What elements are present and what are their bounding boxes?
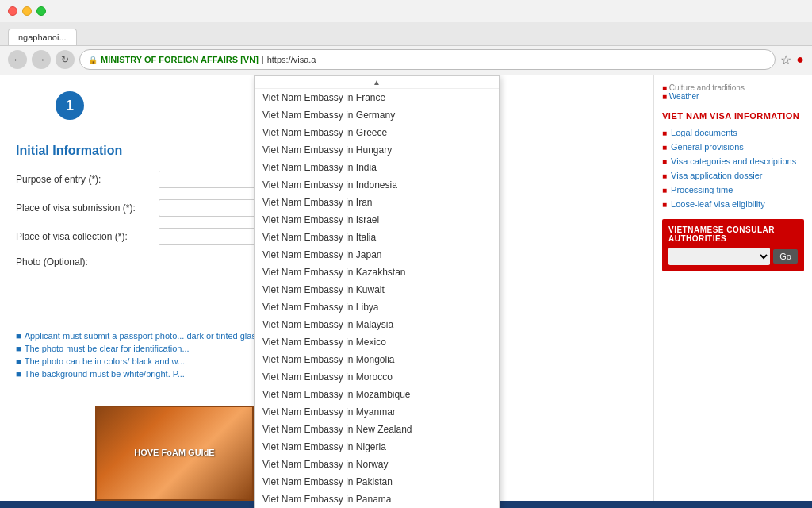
sidebar-legal[interactable]: ■ Legal documents bbox=[654, 125, 812, 140]
dropdown-item[interactable]: Viet Nam Embassy in Israel bbox=[255, 211, 499, 229]
consular-select-row: Go bbox=[668, 248, 798, 265]
dropdown-item[interactable]: Viet Nam Embassy in Japan bbox=[255, 246, 499, 264]
dropdown-item[interactable]: Viet Nam Embassy in Hungary bbox=[255, 141, 499, 159]
dropdown-item[interactable]: Viet Nam Embassy in New Zealand bbox=[255, 421, 499, 438]
bullet-dot-4: ■ bbox=[16, 369, 21, 379]
bullet-dot-1: ■ bbox=[16, 331, 21, 341]
step-number: 1 bbox=[66, 98, 74, 114]
dropdown-item[interactable]: Viet Nam Embassy in France bbox=[255, 89, 499, 106]
bullet-text-4: The background must be white/bright. P..… bbox=[25, 369, 185, 379]
sidebar-top-links: ■ Culture and traditions ■ Weather bbox=[654, 83, 812, 106]
weather-link[interactable]: Weather bbox=[669, 92, 699, 101]
page-wrapper: 1 Initial Information Purpose of entry (… bbox=[0, 75, 812, 508]
weather-bullet: ■ bbox=[662, 92, 667, 101]
general-bullet: ■ bbox=[662, 143, 667, 152]
lock-icon: 🔒 bbox=[88, 56, 98, 64]
categories-text: Visa categories and descriptions bbox=[671, 156, 796, 166]
sidebar-dossier[interactable]: ■ Visa application dossier bbox=[654, 168, 812, 183]
loose-leaf-text: Loose-leaf visa eligibility bbox=[671, 199, 765, 209]
dropdown-item[interactable]: Viet Nam Embassy in Pakistan bbox=[255, 473, 499, 491]
bullet-text-2: The photo must be clear for identificati… bbox=[25, 344, 190, 353]
sidebar-loose-leaf[interactable]: ■ Loose-leaf visa eligibility bbox=[654, 197, 812, 211]
dropdown-item[interactable]: Viet Nam Embassy in Kuwait bbox=[255, 281, 499, 298]
dropdown-item[interactable]: Viet Nam Embassy in Iran bbox=[255, 194, 499, 211]
visa-info-title: VIET NAM VISA INFORMATION bbox=[654, 106, 812, 125]
dropdown-item[interactable]: Viet Nam Embassy in Mozambique bbox=[255, 386, 499, 403]
dropdown-item[interactable]: Viet Nam Embassy in Malaysia bbox=[255, 316, 499, 333]
browser-chrome: ngaphanoi... ← → ↻ 🔒 MINISTRY OF FOREIGN… bbox=[0, 0, 812, 75]
dropdown-item[interactable]: Viet Nam Embassy in Mongolia bbox=[255, 351, 499, 368]
step-circle: 1 bbox=[56, 91, 84, 120]
foam-guide-image: HOVE FoAM GUIdE bbox=[95, 406, 254, 501]
submission-label: Place of visa submission (*): bbox=[16, 202, 159, 214]
dropdown-item[interactable]: Viet Nam Embassy in Myanmar bbox=[255, 403, 499, 421]
bookmark-icon[interactable]: ☆ bbox=[780, 52, 791, 67]
sidebar-general[interactable]: ■ General provisions bbox=[654, 140, 812, 154]
close-button[interactable] bbox=[8, 6, 17, 16]
address-green: MINISTRY OF FOREIGN AFFAIRS [VN] bbox=[101, 55, 259, 64]
tab-bar: ngaphanoi... bbox=[0, 22, 812, 46]
culture-link[interactable]: ■ bbox=[662, 83, 667, 92]
bullet-text-3: The photo can be in colors/ black and w.… bbox=[25, 356, 185, 366]
forward-button[interactable]: → bbox=[32, 50, 51, 69]
maximize-button[interactable] bbox=[36, 6, 46, 16]
processing-bullet: ■ bbox=[662, 186, 667, 194]
categories-bullet: ■ bbox=[662, 157, 667, 166]
dropdown-item[interactable]: Viet Nam Embassy in India bbox=[255, 159, 499, 176]
back-button[interactable]: ← bbox=[8, 50, 27, 69]
general-text: General provisions bbox=[671, 142, 744, 152]
collection-label: Place of visa collection (*): bbox=[16, 231, 159, 242]
browser-tab[interactable]: ngaphanoi... bbox=[8, 29, 77, 45]
consular-box: VIETNAMESE CONSULAR AUTHORITIES Go bbox=[662, 219, 804, 271]
foam-guide-text: HOVE FoAM GUIdE bbox=[134, 447, 214, 459]
consular-go-button[interactable]: Go bbox=[773, 249, 798, 264]
bullet-dot-3: ■ bbox=[16, 356, 21, 366]
dropdown-item[interactable]: Viet Nam Embassy in Panama bbox=[255, 491, 499, 508]
dropdown-item[interactable]: Viet Nam Embassy in Nigeria bbox=[255, 438, 499, 456]
embassy-dropdown[interactable]: ▲ Viet Nam Embassy in FranceViet Nam Emb… bbox=[254, 75, 500, 508]
loose-leaf-bullet: ■ bbox=[662, 200, 667, 209]
minimize-button[interactable] bbox=[22, 6, 32, 16]
legal-bullet: ■ bbox=[662, 129, 667, 137]
photo-label: Photo (Optional): bbox=[16, 256, 159, 267]
dropdown-arrow: ▲ bbox=[255, 76, 499, 89]
dropdown-item[interactable]: Viet Nam Embassy in Germany bbox=[255, 106, 499, 124]
dropdown-item[interactable]: Viet Nam Embassy in Morocco bbox=[255, 368, 499, 386]
tab-title: ngaphanoi... bbox=[18, 33, 67, 42]
dropdown-item[interactable]: Viet Nam Embassy in Kazakhstan bbox=[255, 264, 499, 281]
dropdown-item[interactable]: Viet Nam Embassy in Norway bbox=[255, 456, 499, 473]
sidebar-processing[interactable]: ■ Processing time bbox=[654, 183, 812, 197]
legal-text: Legal documents bbox=[671, 128, 737, 137]
consular-title: VIETNAMESE CONSULAR AUTHORITIES bbox=[668, 225, 798, 243]
address-separator: | bbox=[262, 55, 264, 64]
traffic-lights bbox=[0, 0, 812, 22]
dropdown-item[interactable]: Viet Nam Embassy in Mexico bbox=[255, 333, 499, 351]
toolbar-right: ☆ ● bbox=[780, 52, 804, 67]
processing-text: Processing time bbox=[671, 185, 733, 194]
browser-toolbar: ← → ↻ 🔒 MINISTRY OF FOREIGN AFFAIRS [VN]… bbox=[0, 46, 812, 75]
dropdown-item[interactable]: Viet Nam Embassy in Greece bbox=[255, 124, 499, 141]
dropdown-item[interactable]: Viet Nam Embassy in Italia bbox=[255, 229, 499, 246]
purpose-label: Purpose of entry (*): bbox=[16, 174, 159, 185]
dropdown-item[interactable]: Viet Nam Embassy in Libya bbox=[255, 298, 499, 316]
sidebar-visa-categories[interactable]: ■ Visa categories and descriptions bbox=[654, 154, 812, 168]
dossier-bullet: ■ bbox=[662, 171, 667, 180]
address-bar[interactable]: 🔒 MINISTRY OF FOREIGN AFFAIRS [VN] | htt… bbox=[79, 49, 776, 70]
dropdown-item[interactable]: Viet Nam Embassy in Indonesia bbox=[255, 176, 499, 194]
reload-button[interactable]: ↻ bbox=[56, 50, 75, 69]
dossier-text: Visa application dossier bbox=[671, 171, 762, 180]
pinterest-icon[interactable]: ● bbox=[796, 52, 804, 67]
consular-select[interactable] bbox=[668, 248, 770, 265]
bullet-dot-2: ■ bbox=[16, 344, 21, 353]
address-url: https://visa.a bbox=[267, 55, 316, 64]
right-sidebar: ■ Culture and traditions ■ Weather VIET … bbox=[653, 75, 812, 508]
